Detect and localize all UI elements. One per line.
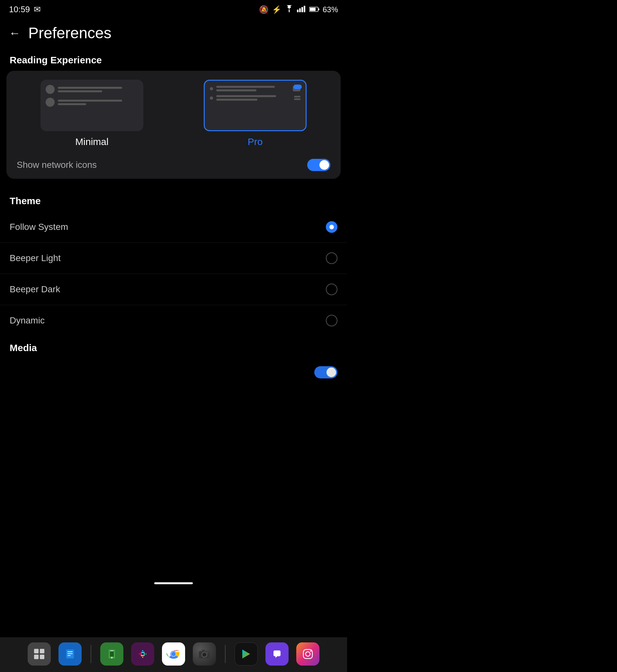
taskbar-app-play[interactable] (235, 642, 258, 666)
theme-option-follow-system[interactable]: Follow System (0, 211, 347, 243)
preview-lines-2 (58, 100, 138, 105)
svg-rect-8 (34, 649, 39, 653)
follow-system-label: Follow System (10, 222, 68, 232)
media-toggle[interactable] (314, 366, 338, 378)
toggle-thumb (320, 160, 329, 170)
svg-rect-15 (67, 655, 71, 656)
pro-indicator (293, 85, 302, 89)
page-title: Preferences (28, 24, 112, 42)
svg-rect-16 (137, 648, 149, 660)
taskbar-app-grid[interactable] (28, 642, 51, 666)
back-button[interactable]: ← (9, 26, 21, 40)
preview-line (216, 99, 257, 101)
theme-option-dynamic[interactable]: Dynamic (0, 305, 347, 336)
svg-rect-3 (301, 7, 303, 12)
preview-line (58, 91, 102, 92)
battery-percent: 63% (323, 5, 338, 14)
svg-point-29 (310, 651, 312, 652)
beeper-light-label: Beeper Light (10, 253, 61, 263)
svg-point-23 (203, 653, 206, 657)
follow-system-radio[interactable] (326, 221, 338, 233)
preview-line (216, 90, 256, 91)
svg-point-28 (305, 652, 310, 656)
svg-rect-14 (67, 653, 73, 654)
bluetooth-icon: ⚡ (272, 5, 281, 14)
taskbar-app-camera[interactable] (193, 642, 216, 666)
mode-option-pro[interactable]: Pro (179, 80, 332, 147)
taskbar-app-beeper[interactable] (265, 642, 288, 666)
theme-label: Theme (0, 189, 347, 211)
mail-icon: ✉ (34, 4, 41, 14)
taskbar-app-phone[interactable] (100, 642, 124, 666)
svg-rect-4 (304, 6, 305, 12)
status-left: 10:59 ✉ (9, 4, 41, 14)
network-icons-toggle[interactable] (307, 159, 330, 171)
preview-lines-1 (58, 87, 138, 92)
status-time: 10:59 (9, 4, 30, 14)
wifi-icon (285, 5, 294, 14)
beeper-light-radio[interactable] (326, 253, 338, 264)
svg-rect-7 (310, 8, 316, 11)
status-right: 🔕 ⚡ 63% (259, 5, 338, 14)
mute-icon: 🔕 (259, 5, 269, 14)
taskbar-divider-2 (225, 645, 226, 663)
preview-avatar-2 (46, 98, 55, 107)
svg-rect-10 (34, 655, 39, 659)
svg-point-0 (288, 11, 290, 12)
mode-options: Minimal (15, 80, 332, 147)
media-toggle-thumb (327, 367, 336, 377)
network-icons-row: Show network icons (15, 156, 332, 171)
preview-line (216, 95, 276, 97)
network-icons-label: Show network icons (17, 160, 97, 170)
taskbar-divider-1 (90, 645, 91, 663)
beeper-dark-radio[interactable] (326, 284, 338, 295)
minimal-label: Minimal (75, 136, 108, 147)
preview-line (58, 103, 86, 105)
battery-icon (309, 5, 320, 14)
preview-line (58, 100, 122, 102)
status-bar: 10:59 ✉ 🔕 ⚡ 63% (0, 0, 347, 18)
pro-preview (204, 80, 306, 131)
preview-row-2 (210, 95, 300, 101)
taskbar-app-chrome[interactable] (162, 642, 185, 666)
spacer (0, 386, 347, 579)
beeper-dark-label: Beeper Dark (10, 284, 60, 295)
svg-rect-24 (202, 650, 205, 651)
dynamic-radio[interactable] (326, 315, 338, 326)
preview-line (216, 86, 275, 88)
preview-avatar-1 (46, 85, 55, 94)
theme-section: Follow System Beeper Light Beeper Dark D… (0, 211, 347, 336)
reading-experience-label: Reading Experience (0, 48, 347, 71)
header: ← Preferences (0, 18, 347, 48)
taskbar (0, 637, 347, 672)
svg-rect-9 (40, 649, 44, 653)
theme-option-beeper-light[interactable]: Beeper Light (0, 243, 347, 274)
signal-icon (297, 5, 306, 14)
preview-meta-2 (294, 96, 300, 100)
pro-label: Pro (248, 136, 263, 147)
taskbar-app-slack[interactable] (131, 642, 154, 666)
preview-row-1 (210, 86, 300, 91)
svg-point-25 (207, 652, 209, 653)
taskbar-app-tasks[interactable] (58, 642, 81, 666)
preview-row-2 (46, 98, 138, 107)
preview-dot-1 (210, 87, 213, 91)
minimal-preview (40, 80, 143, 131)
svg-rect-1 (297, 10, 298, 12)
media-label: Media (0, 336, 347, 358)
preview-dot-2 (210, 97, 213, 100)
svg-point-20 (171, 652, 176, 656)
svg-rect-13 (67, 651, 73, 652)
mode-option-minimal[interactable]: Minimal (15, 80, 168, 147)
nav-indicator (154, 582, 193, 584)
preview-row-1 (46, 85, 138, 94)
reading-experience-card: Minimal (6, 71, 341, 179)
svg-rect-6 (318, 8, 319, 10)
dynamic-label: Dynamic (10, 315, 45, 326)
svg-rect-11 (40, 655, 44, 659)
taskbar-app-instagram[interactable] (296, 642, 320, 666)
preview-line (58, 87, 122, 89)
theme-option-beeper-dark[interactable]: Beeper Dark (0, 274, 347, 305)
media-toggle-row (0, 358, 347, 386)
svg-rect-2 (299, 8, 301, 12)
